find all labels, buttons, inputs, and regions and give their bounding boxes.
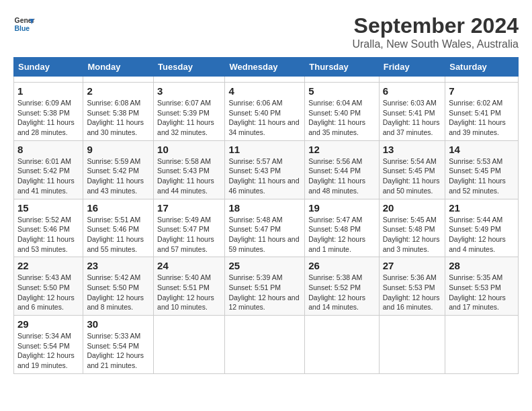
day-number: 19 <box>308 202 375 214</box>
day-cell: 21Sunrise: 5:44 AMSunset: 5:49 PMDayligh… <box>445 199 519 257</box>
day-cell: 27Sunrise: 5:36 AMSunset: 5:53 PMDayligh… <box>379 257 445 316</box>
day-cell: 28Sunrise: 5:35 AMSunset: 5:53 PMDayligh… <box>445 257 519 316</box>
day-cell: 2Sunrise: 6:08 AMSunset: 5:38 PMDaylight… <box>83 83 154 141</box>
day-info: Sunrise: 5:43 AMSunset: 5:50 PMDaylight:… <box>17 273 79 312</box>
day-cell: 16Sunrise: 5:51 AMSunset: 5:46 PMDayligh… <box>83 199 154 257</box>
day-cell <box>379 77 445 83</box>
day-info: Sunrise: 5:59 AMSunset: 5:42 PMDaylight:… <box>87 156 150 196</box>
location-subtitle: Uralla, New South Wales, Australia <box>352 38 519 50</box>
day-number: 13 <box>383 144 441 155</box>
day-info: Sunrise: 5:52 AMSunset: 5:46 PMDaylight:… <box>17 215 79 255</box>
day-header-monday: Monday <box>83 58 154 77</box>
day-header-sunday: Sunday <box>14 58 83 77</box>
day-number: 22 <box>17 260 79 271</box>
day-cell: 6Sunrise: 6:03 AMSunset: 5:41 PMDaylight… <box>379 83 445 141</box>
day-cell: 29Sunrise: 5:34 AMSunset: 5:54 PMDayligh… <box>14 316 83 374</box>
day-header-tuesday: Tuesday <box>154 58 225 77</box>
day-cell: 19Sunrise: 5:47 AMSunset: 5:48 PMDayligh… <box>305 199 380 257</box>
day-cell: 8Sunrise: 6:01 AMSunset: 5:42 PMDaylight… <box>14 140 83 199</box>
day-cell: 13Sunrise: 5:54 AMSunset: 5:45 PMDayligh… <box>379 140 445 199</box>
day-info: Sunrise: 5:56 AMSunset: 5:44 PMDaylight:… <box>308 156 375 196</box>
day-info: Sunrise: 5:35 AMSunset: 5:53 PMDaylight:… <box>449 273 515 312</box>
day-cell: 11Sunrise: 5:57 AMSunset: 5:43 PMDayligh… <box>225 140 305 199</box>
day-info: Sunrise: 5:44 AMSunset: 5:49 PMDaylight:… <box>449 215 515 255</box>
day-cell <box>83 77 154 83</box>
week-row-2: 1Sunrise: 6:09 AMSunset: 5:38 PMDaylight… <box>14 83 519 141</box>
day-number: 30 <box>87 318 150 330</box>
day-cell: 3Sunrise: 6:07 AMSunset: 5:39 PMDaylight… <box>154 83 225 141</box>
day-info: Sunrise: 6:01 AMSunset: 5:42 PMDaylight:… <box>17 156 79 196</box>
day-number: 5 <box>308 85 375 97</box>
day-info: Sunrise: 5:34 AMSunset: 5:54 PMDaylight:… <box>17 331 79 371</box>
day-info: Sunrise: 6:09 AMSunset: 5:38 PMDaylight:… <box>17 98 79 138</box>
day-cell: 9Sunrise: 5:59 AMSunset: 5:42 PMDaylight… <box>83 140 154 199</box>
day-cell <box>445 316 519 374</box>
day-header-friday: Friday <box>379 58 445 77</box>
day-number: 23 <box>87 260 150 271</box>
title-block: September 2024 Uralla, New South Wales, … <box>352 13 519 50</box>
day-info: Sunrise: 5:47 AMSunset: 5:48 PMDaylight:… <box>308 215 375 255</box>
header-row: SundayMondayTuesdayWednesdayThursdayFrid… <box>14 58 519 77</box>
day-cell <box>154 316 225 374</box>
day-header-saturday: Saturday <box>445 58 519 77</box>
day-info: Sunrise: 6:02 AMSunset: 5:41 PMDaylight:… <box>449 98 515 138</box>
day-cell: 23Sunrise: 5:42 AMSunset: 5:50 PMDayligh… <box>83 257 154 316</box>
day-info: Sunrise: 5:58 AMSunset: 5:43 PMDaylight:… <box>157 156 221 196</box>
day-info: Sunrise: 5:51 AMSunset: 5:46 PMDaylight:… <box>87 215 150 255</box>
week-row-1 <box>14 77 519 83</box>
day-number: 2 <box>87 85 150 97</box>
day-cell: 4Sunrise: 6:06 AMSunset: 5:40 PMDaylight… <box>225 83 305 141</box>
day-number: 21 <box>449 202 515 214</box>
day-info: Sunrise: 6:06 AMSunset: 5:40 PMDaylight:… <box>228 98 301 138</box>
day-number: 12 <box>308 144 375 155</box>
day-info: Sunrise: 5:53 AMSunset: 5:45 PMDaylight:… <box>449 156 515 196</box>
day-cell <box>14 77 83 83</box>
day-cell: 12Sunrise: 5:56 AMSunset: 5:44 PMDayligh… <box>305 140 380 199</box>
day-cell: 10Sunrise: 5:58 AMSunset: 5:43 PMDayligh… <box>154 140 225 199</box>
day-header-wednesday: Wednesday <box>225 58 305 77</box>
day-number: 8 <box>17 144 79 155</box>
day-info: Sunrise: 5:42 AMSunset: 5:50 PMDaylight:… <box>87 273 150 312</box>
day-number: 26 <box>308 260 375 271</box>
day-number: 1 <box>17 85 79 97</box>
day-number: 6 <box>383 85 441 97</box>
day-cell: 15Sunrise: 5:52 AMSunset: 5:46 PMDayligh… <box>14 199 83 257</box>
day-number: 9 <box>87 144 150 155</box>
day-number: 4 <box>228 85 301 97</box>
day-cell: 20Sunrise: 5:45 AMSunset: 5:48 PMDayligh… <box>379 199 445 257</box>
day-header-thursday: Thursday <box>305 58 380 77</box>
day-info: Sunrise: 6:04 AMSunset: 5:40 PMDaylight:… <box>308 98 375 138</box>
logo: General Blue <box>13 13 35 35</box>
day-cell <box>445 77 519 83</box>
day-number: 7 <box>449 85 515 97</box>
day-cell <box>225 77 305 83</box>
day-number: 17 <box>157 202 221 214</box>
day-cell <box>305 316 380 374</box>
day-number: 27 <box>383 260 441 271</box>
calendar-table: SundayMondayTuesdayWednesdayThursdayFrid… <box>13 57 519 374</box>
day-info: Sunrise: 6:03 AMSunset: 5:41 PMDaylight:… <box>383 98 441 138</box>
week-row-4: 15Sunrise: 5:52 AMSunset: 5:46 PMDayligh… <box>14 199 519 257</box>
day-info: Sunrise: 5:36 AMSunset: 5:53 PMDaylight:… <box>383 273 441 312</box>
day-number: 28 <box>449 260 515 271</box>
day-cell: 25Sunrise: 5:39 AMSunset: 5:51 PMDayligh… <box>225 257 305 316</box>
day-number: 18 <box>228 202 301 214</box>
day-info: Sunrise: 6:07 AMSunset: 5:39 PMDaylight:… <box>157 98 221 138</box>
day-info: Sunrise: 5:40 AMSunset: 5:51 PMDaylight:… <box>157 273 221 312</box>
day-number: 14 <box>449 144 515 155</box>
day-number: 3 <box>157 85 221 97</box>
day-cell: 1Sunrise: 6:09 AMSunset: 5:38 PMDaylight… <box>14 83 83 141</box>
svg-text:Blue: Blue <box>15 25 30 32</box>
day-cell <box>305 77 380 83</box>
day-number: 29 <box>17 318 79 330</box>
month-title: September 2024 <box>352 13 519 38</box>
page-header: General Blue September 2024 Uralla, New … <box>13 13 519 50</box>
day-info: Sunrise: 5:54 AMSunset: 5:45 PMDaylight:… <box>383 156 441 196</box>
day-number: 16 <box>87 202 150 214</box>
week-row-3: 8Sunrise: 6:01 AMSunset: 5:42 PMDaylight… <box>14 140 519 199</box>
day-cell <box>154 77 225 83</box>
day-info: Sunrise: 5:45 AMSunset: 5:48 PMDaylight:… <box>383 215 441 255</box>
day-cell: 17Sunrise: 5:49 AMSunset: 5:47 PMDayligh… <box>154 199 225 257</box>
day-info: Sunrise: 5:38 AMSunset: 5:52 PMDaylight:… <box>308 273 375 312</box>
day-cell: 22Sunrise: 5:43 AMSunset: 5:50 PMDayligh… <box>14 257 83 316</box>
